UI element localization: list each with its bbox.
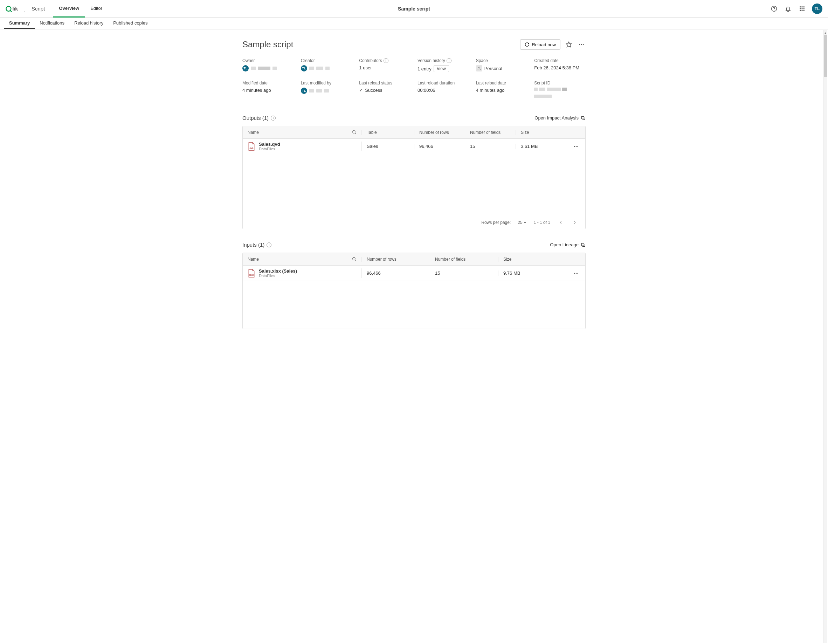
xlsx-file-icon: XLSX bbox=[248, 269, 255, 278]
last-modified-by-avatar: TL bbox=[301, 88, 307, 94]
owner-avatar: TL bbox=[242, 65, 249, 71]
redacted-text bbox=[251, 67, 256, 70]
redacted-text bbox=[562, 88, 567, 91]
detail-owner: Owner TL bbox=[242, 58, 294, 72]
detail-modified-date-value: 4 minutes ago bbox=[242, 88, 294, 93]
scroll-thumb[interactable] bbox=[824, 35, 827, 77]
th-name[interactable]: Name bbox=[243, 257, 362, 262]
apps-grid-icon[interactable] bbox=[798, 5, 806, 13]
qlik-logo[interactable]: lik bbox=[6, 4, 25, 13]
svg-point-26 bbox=[577, 146, 578, 147]
th-fields[interactable]: Number of fields bbox=[430, 257, 499, 262]
svg-rect-11 bbox=[803, 8, 804, 9]
th-fields[interactable]: Number of fields bbox=[465, 130, 516, 135]
detail-script-id-label: Script ID bbox=[534, 80, 586, 85]
bell-icon[interactable] bbox=[784, 5, 792, 13]
svg-point-21 bbox=[353, 131, 356, 134]
td-actions bbox=[563, 269, 585, 278]
table-row[interactable]: XLSX Sales.xlsx (Sales) DataFiles 96,466… bbox=[243, 265, 585, 281]
outputs-tbody: QVD Sales.qvd DataFiles Sales 96,466 15 … bbox=[243, 139, 585, 216]
detail-script-id-value bbox=[534, 88, 586, 98]
detail-script-id: Script ID bbox=[534, 80, 586, 98]
svg-rect-27 bbox=[582, 243, 584, 246]
svg-point-25 bbox=[576, 146, 577, 147]
info-icon[interactable]: i bbox=[384, 58, 389, 63]
scroll-up-button[interactable]: ▴ bbox=[823, 30, 827, 35]
inputs-tbody: XLSX Sales.xlsx (Sales) DataFiles 96,466… bbox=[243, 265, 585, 329]
redacted-text bbox=[309, 67, 314, 70]
more-icon[interactable] bbox=[572, 269, 580, 278]
td-name: QVD Sales.qvd DataFiles bbox=[243, 141, 362, 151]
nav-editor[interactable]: Editor bbox=[85, 0, 108, 17]
more-icon[interactable] bbox=[577, 40, 586, 49]
tab-summary[interactable]: Summary bbox=[4, 17, 34, 29]
detail-last-reload-duration-label: Last reload duration bbox=[417, 80, 469, 85]
th-rows[interactable]: Number of rows bbox=[414, 130, 465, 135]
svg-rect-13 bbox=[802, 10, 803, 11]
redacted-text bbox=[273, 67, 277, 70]
outputs-header: Outputs (1) i Open Impact Analysis bbox=[242, 115, 586, 121]
page-header: Sample script Reload now bbox=[242, 39, 586, 50]
open-impact-analysis-link[interactable]: Open Impact Analysis bbox=[535, 115, 586, 121]
more-icon[interactable] bbox=[572, 142, 580, 151]
open-lineage-link[interactable]: Open Lineage bbox=[550, 242, 586, 247]
svg-point-17 bbox=[581, 44, 582, 45]
redacted-text bbox=[547, 88, 561, 91]
tab-notifications[interactable]: Notifications bbox=[34, 17, 69, 29]
svg-text:lik: lik bbox=[13, 6, 18, 11]
table-row[interactable]: QVD Sales.qvd DataFiles Sales 96,466 15 … bbox=[243, 139, 585, 154]
view-button[interactable]: View bbox=[434, 65, 449, 72]
svg-point-33 bbox=[577, 273, 578, 274]
info-icon[interactable]: i bbox=[267, 242, 271, 247]
detail-owner-label: Owner bbox=[242, 58, 294, 63]
svg-rect-9 bbox=[800, 8, 801, 9]
svg-text:XLSX: XLSX bbox=[249, 274, 254, 276]
svg-point-18 bbox=[583, 44, 584, 45]
redacted-text bbox=[324, 89, 329, 93]
nav-overview[interactable]: Overview bbox=[53, 0, 85, 17]
detail-version-history: Version historyi 1 entry View bbox=[417, 58, 469, 72]
tab-published-copies[interactable]: Published copies bbox=[108, 17, 152, 29]
info-icon[interactable]: i bbox=[271, 116, 276, 121]
svg-point-32 bbox=[576, 273, 577, 274]
top-nav: Overview Editor bbox=[53, 0, 108, 17]
detail-created-date-label: Created date bbox=[534, 58, 586, 63]
th-table[interactable]: Table bbox=[362, 130, 414, 135]
detail-creator: Creator TL bbox=[301, 58, 352, 72]
redacted-text bbox=[258, 67, 270, 70]
space-name: Personal bbox=[485, 66, 502, 71]
redacted-text bbox=[316, 67, 323, 70]
redacted-text bbox=[325, 67, 329, 70]
th-size[interactable]: Size bbox=[516, 130, 563, 135]
help-icon[interactable] bbox=[770, 5, 778, 13]
person-icon bbox=[476, 65, 482, 71]
detail-contributors-label: Contributorsi bbox=[359, 58, 411, 63]
star-icon[interactable] bbox=[565, 40, 573, 49]
user-avatar[interactable]: TL bbox=[812, 3, 822, 14]
external-link-icon bbox=[581, 116, 586, 121]
external-link-icon bbox=[581, 242, 586, 247]
qvd-file-icon: QVD bbox=[248, 142, 255, 151]
th-size[interactable]: Size bbox=[499, 257, 563, 262]
scrollbar[interactable]: ▴ bbox=[823, 30, 827, 643]
td-rows: 96,466 bbox=[414, 144, 465, 149]
reload-now-button[interactable]: Reload now bbox=[520, 39, 560, 50]
rows-per-page-select[interactable]: 25 bbox=[518, 220, 527, 225]
tab-reload-history[interactable]: Reload history bbox=[69, 17, 108, 29]
th-rows[interactable]: Number of rows bbox=[362, 257, 430, 262]
nav-overview-label: Overview bbox=[59, 6, 79, 11]
td-rows: 96,466 bbox=[362, 270, 430, 276]
svg-rect-6 bbox=[800, 6, 801, 7]
tab-summary-label: Summary bbox=[9, 20, 30, 25]
next-page-button[interactable] bbox=[571, 219, 578, 226]
prev-page-button[interactable] bbox=[557, 219, 564, 226]
nav-editor-label: Editor bbox=[90, 6, 102, 11]
main-content: Sample script Reload now Owner TL bbox=[0, 30, 828, 644]
th-name[interactable]: Name bbox=[243, 130, 362, 135]
file-source: DataFiles bbox=[259, 147, 280, 151]
search-icon[interactable] bbox=[352, 130, 356, 135]
svg-rect-7 bbox=[802, 6, 803, 7]
search-icon[interactable] bbox=[352, 257, 356, 261]
detail-creator-value: TL bbox=[301, 65, 352, 71]
info-icon[interactable]: i bbox=[447, 58, 452, 63]
